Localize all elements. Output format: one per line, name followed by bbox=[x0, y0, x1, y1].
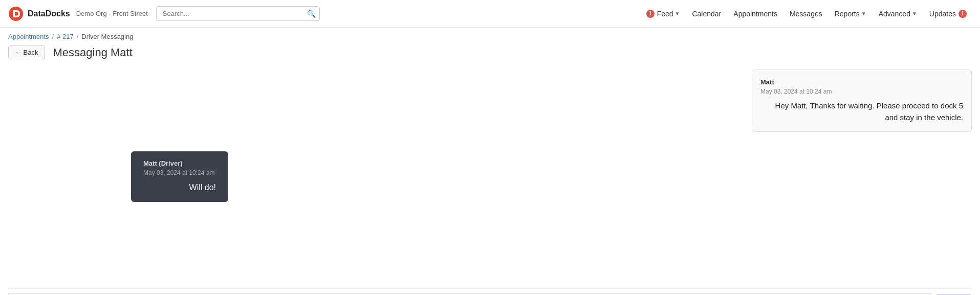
svg-point-0 bbox=[9, 7, 23, 21]
breadcrumb-appointments[interactable]: Appointments bbox=[8, 33, 49, 40]
search-icon: 🔍 bbox=[307, 10, 316, 18]
main-nav: 1 Feed ▼ Calendar Appointments Messages … bbox=[641, 7, 972, 21]
reports-dropdown-icon: ▼ bbox=[861, 11, 866, 16]
inbound-sender: Matt (Driver) bbox=[143, 160, 216, 167]
nav-updates[interactable]: Updates 1 bbox=[924, 7, 972, 21]
datadocks-logo-icon bbox=[8, 6, 24, 21]
messages-container: Matt May 03, 2024 at 10:24 am Hey Matt, … bbox=[8, 70, 972, 284]
breadcrumb-current: Driver Messaging bbox=[81, 33, 133, 40]
nav-appointments[interactable]: Appointments bbox=[728, 7, 782, 21]
feed-badge: 1 bbox=[646, 10, 655, 18]
breadcrumb: Appointments / # 217 / Driver Messaging bbox=[0, 28, 980, 46]
nav-advanced[interactable]: Advanced ▼ bbox=[874, 7, 922, 21]
page-title: Messaging Matt bbox=[53, 46, 133, 59]
outbound-time: May 03, 2024 at 10:24 am bbox=[760, 88, 963, 95]
logo-area: DataDocks Demo Org - Front Street bbox=[8, 6, 148, 21]
org-name: Demo Org - Front Street bbox=[76, 10, 148, 17]
updates-badge: 1 bbox=[959, 10, 967, 18]
outbound-text: Hey Matt, Thanks for waiting. Please pro… bbox=[760, 100, 963, 123]
inbound-text: Will do! bbox=[143, 181, 216, 194]
logo-text: DataDocks bbox=[28, 9, 70, 18]
nav-calendar[interactable]: Calendar bbox=[687, 7, 726, 21]
message-outbound: Matt May 03, 2024 at 10:24 am Hey Matt, … bbox=[752, 70, 972, 132]
nav-messages[interactable]: Messages bbox=[785, 7, 827, 21]
appointments-label: Appointments bbox=[733, 10, 777, 18]
app-header: DataDocks Demo Org - Front Street 🔍 1 Fe… bbox=[0, 0, 980, 28]
calendar-label: Calendar bbox=[692, 10, 721, 18]
search-area: 🔍 bbox=[156, 6, 320, 21]
page-header: ← Back Messaging Matt bbox=[8, 46, 972, 59]
nav-feed[interactable]: 1 Feed ▼ bbox=[641, 7, 685, 21]
message-inbound: Matt (Driver) May 03, 2024 at 10:24 am W… bbox=[131, 151, 228, 202]
inbound-message-wrapper: Matt (Driver) May 03, 2024 at 10:24 am W… bbox=[8, 151, 228, 202]
nav-reports[interactable]: Reports ▼ bbox=[830, 7, 872, 21]
search-input[interactable] bbox=[156, 6, 320, 21]
breadcrumb-sep-2: / bbox=[77, 33, 79, 40]
messages-label: Messages bbox=[790, 10, 822, 18]
outbound-sender: Matt bbox=[760, 78, 963, 86]
inbound-time: May 03, 2024 at 10:24 am bbox=[143, 169, 216, 176]
feed-label: Feed bbox=[657, 10, 673, 18]
breadcrumb-sep-1: / bbox=[52, 33, 54, 40]
feed-dropdown-icon: ▼ bbox=[675, 11, 680, 16]
breadcrumb-appointment-number[interactable]: # 217 bbox=[57, 33, 74, 40]
main-content: ← Back Messaging Matt Matt May 03, 2024 … bbox=[0, 46, 980, 295]
advanced-label: Advanced bbox=[879, 10, 910, 18]
back-button[interactable]: ← Back bbox=[8, 46, 45, 59]
message-input[interactable] bbox=[8, 293, 931, 295]
updates-label: Updates bbox=[929, 10, 956, 18]
message-input-area: Send bbox=[8, 288, 972, 295]
advanced-dropdown-icon: ▼ bbox=[912, 11, 917, 16]
outbound-message-wrapper: Matt May 03, 2024 at 10:24 am Hey Matt, … bbox=[752, 70, 972, 132]
reports-label: Reports bbox=[835, 10, 860, 18]
